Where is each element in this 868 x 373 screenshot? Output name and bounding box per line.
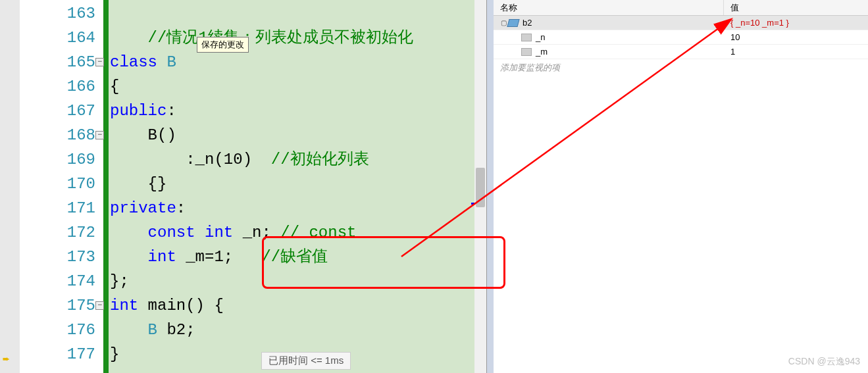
line-number: 171: [20, 196, 103, 220]
code-token: B(): [148, 126, 176, 144]
object-icon: [507, 19, 519, 27]
field-icon: [521, 34, 532, 41]
watch-header-value[interactable]: 值: [724, 0, 868, 15]
annotation-red-box: [262, 236, 505, 289]
code-line[interactable]: //情况1续集：列表处成员不被初始化: [109, 26, 486, 50]
pane-separator[interactable]: [487, 0, 494, 373]
code-token: //初始化列表: [271, 151, 369, 168]
fold-toggle-icon[interactable]: −: [95, 131, 104, 139]
watch-var-name: _n: [536, 30, 545, 45]
line-number: 163: [20, 1, 103, 26]
line-number-gutter: 1631641651661671681691701711721731741751…: [20, 0, 109, 373]
gutter-tooltip: 保存的更改: [197, 37, 249, 53]
code-token: :: [176, 199, 186, 217]
watch-var-value: 1: [724, 45, 868, 59]
code-token: {: [110, 78, 119, 95]
fold-toggle-icon[interactable]: −: [95, 301, 104, 310]
watch-row[interactable]: _n10: [494, 30, 868, 45]
code-line[interactable]: B b2;: [109, 318, 486, 342]
code-token: private: [110, 199, 176, 217]
watch-row[interactable]: _m1: [494, 45, 868, 59]
code-line[interactable]: {}: [109, 172, 486, 196]
watch-add-item[interactable]: 添加要监视的项: [494, 59, 868, 76]
code-line[interactable]: − B(): [109, 123, 486, 147]
code-token: B: [166, 53, 176, 71]
code-line[interactable]: public:: [109, 99, 486, 123]
code-token: const int: [148, 224, 243, 241]
scroll-thumb[interactable]: [476, 168, 485, 207]
watch-pane[interactable]: 名称 值 ▢b2{ _n=10 _m=1 }_n10_m1 添加要监视的项: [494, 0, 868, 373]
line-number: 177: [20, 342, 103, 366]
watermark-text: CSDN @云逸943: [788, 356, 860, 368]
code-line[interactable]: :_n(10) //初始化列表: [109, 147, 486, 172]
watch-header: 名称 值: [494, 0, 868, 16]
code-token: int: [148, 248, 186, 266]
code-token: }: [110, 345, 119, 363]
code-token: public: [110, 102, 166, 120]
line-number: 176: [20, 318, 103, 342]
debug-arrow-icon: ➨: [3, 352, 10, 366]
vertical-scrollbar[interactable]: [474, 0, 486, 373]
line-number: 170: [20, 172, 103, 196]
code-line[interactable]: [109, 1, 486, 26]
code-token: class: [110, 53, 166, 71]
watch-var-name: _m: [536, 45, 548, 59]
field-icon: [521, 48, 532, 56]
line-number: 166: [20, 74, 103, 99]
code-token: main() {: [148, 297, 224, 314]
fold-toggle-icon[interactable]: −: [95, 58, 104, 66]
line-number: 172: [20, 220, 103, 245]
code-token: //情况1续集：列表处成员不被初始化: [148, 29, 413, 47]
code-line[interactable]: {: [109, 74, 486, 99]
perf-tooltip: 已用时间 <= 1ms: [261, 352, 351, 370]
line-number: 165: [20, 50, 103, 74]
code-token: B: [148, 321, 167, 339]
code-line[interactable]: −class B: [109, 50, 486, 74]
watch-row[interactable]: ▢b2{ _n=10 _m=1 }: [494, 16, 868, 30]
watch-var-value: { _n=10 _m=1 }: [724, 16, 868, 30]
line-number: 167: [20, 99, 103, 123]
code-token: };: [110, 272, 129, 290]
line-number: 174: [20, 269, 103, 293]
code-text-area[interactable]: //情况1续集：列表处成员不被初始化−class B{public:− B() …: [109, 0, 486, 373]
code-token: int: [110, 297, 148, 314]
code-line[interactable]: −int main() {: [109, 293, 486, 318]
code-token: :_n(10): [186, 151, 271, 168]
code-editor-pane[interactable]: ➨ 16316416516616716816917017117217317417…: [0, 0, 487, 373]
watch-var-value: 10: [724, 30, 868, 44]
line-number: 173: [20, 245, 103, 269]
line-number: 164: [20, 26, 103, 50]
watch-header-name[interactable]: 名称: [494, 0, 724, 15]
line-number: 169: [20, 147, 103, 172]
code-token: :: [166, 102, 176, 120]
editor-margin: ➨: [0, 0, 20, 373]
line-number: 175: [20, 293, 103, 318]
line-number: 168: [20, 123, 103, 147]
watch-var-name: b2: [523, 16, 532, 30]
expander-icon[interactable]: ▢: [499, 16, 508, 30]
code-token: {}: [148, 175, 167, 193]
code-line[interactable]: private:: [109, 196, 486, 220]
code-token: _m=1;: [186, 248, 261, 266]
code-token: b2;: [166, 321, 195, 339]
